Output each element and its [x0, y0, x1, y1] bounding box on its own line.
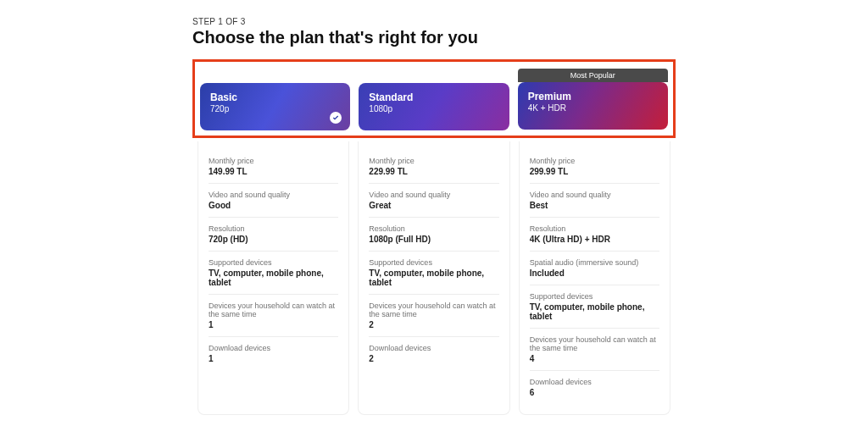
- plan-cards-row: Basic 720p Standard 1080p Most Popular P…: [192, 59, 676, 138]
- spec-row: Monthly price229.99 TL: [369, 150, 498, 184]
- spec-value: 149.99 TL: [209, 167, 338, 176]
- plan-details-basic: Monthly price149.99 TLVideo and sound qu…: [198, 141, 349, 415]
- plan-resolution: 4K + HDR: [528, 103, 658, 113]
- spec-row: Resolution4K (Ultra HD) + HDR: [530, 218, 659, 252]
- page-title: Choose the plan that's right for you: [192, 28, 676, 47]
- plan-name: Standard: [369, 91, 498, 103]
- spec-label: Download devices: [530, 378, 659, 386]
- spec-label: Devices your household can watch at the …: [530, 335, 659, 352]
- spec-value: 1080p (Full HD): [369, 235, 498, 244]
- plan-details-standard: Monthly price229.99 TLVideo and sound qu…: [358, 141, 509, 415]
- spec-label: Resolution: [530, 224, 659, 233]
- plan-selection-page: STEP 1 OF 3 Choose the plan that's right…: [192, 0, 676, 426]
- spec-value: 1: [209, 354, 338, 363]
- spec-row: Spatial audio (immersive sound)Included: [530, 252, 659, 285]
- spec-row: Supported devicesTV, computer, mobile ph…: [369, 252, 498, 295]
- spec-row: Supported devicesTV, computer, mobile ph…: [209, 252, 338, 295]
- spec-label: Download devices: [369, 344, 498, 352]
- spec-label: Resolution: [209, 224, 338, 233]
- plan-details-row: Monthly price149.99 TLVideo and sound qu…: [192, 141, 676, 415]
- spec-row: Video and sound qualityBest: [530, 184, 659, 218]
- spec-label: Video and sound quality: [530, 191, 659, 199]
- spec-value: TV, computer, mobile phone, tablet: [369, 268, 498, 287]
- spec-label: Supported devices: [530, 292, 659, 301]
- plan-resolution: 720p: [210, 104, 340, 113]
- spec-value: 2: [369, 320, 498, 329]
- spec-row: Devices your household can watch at the …: [530, 329, 659, 371]
- spec-value: 720p (HD): [209, 235, 338, 244]
- spec-value: Included: [530, 268, 659, 278]
- spec-value: 229.99 TL: [369, 167, 498, 176]
- spec-label: Monthly price: [530, 157, 659, 165]
- spec-row: Resolution1080p (Full HD): [369, 218, 498, 252]
- plan-col-standard: Standard 1080p: [359, 69, 509, 130]
- spec-label: Resolution: [369, 224, 498, 233]
- spec-value: 4K (Ultra HD) + HDR: [530, 235, 659, 244]
- spec-label: Supported devices: [369, 258, 498, 267]
- spec-label: Video and sound quality: [209, 191, 338, 199]
- plan-name: Premium: [528, 91, 658, 102]
- spec-value: 6: [530, 388, 659, 397]
- spec-row: Monthly price299.99 TL: [530, 150, 659, 184]
- spec-value: TV, computer, mobile phone, tablet: [530, 302, 659, 321]
- spec-value: 299.99 TL: [530, 167, 659, 176]
- spec-row: Resolution720p (HD): [209, 218, 338, 252]
- spec-row: Monthly price149.99 TL: [209, 150, 338, 184]
- spec-row: Video and sound qualityGreat: [369, 184, 498, 218]
- spec-value: 2: [369, 354, 498, 363]
- spec-value: 4: [530, 354, 659, 363]
- spec-label: Monthly price: [369, 157, 498, 165]
- spec-value: Good: [209, 201, 338, 210]
- spec-row: Video and sound qualityGood: [209, 184, 338, 218]
- plan-col-premium: Most Popular Premium 4K + HDR: [518, 69, 668, 130]
- plan-resolution: 1080p: [369, 104, 498, 113]
- plan-card-premium[interactable]: Premium 4K + HDR: [518, 82, 668, 130]
- spec-row: Devices your household can watch at the …: [369, 295, 498, 337]
- spec-label: Devices your household can watch at the …: [209, 302, 338, 318]
- spec-value: Best: [530, 201, 659, 210]
- spec-label: Supported devices: [209, 258, 338, 267]
- spec-row: Download devices6: [530, 371, 659, 404]
- plan-card-basic[interactable]: Basic 720p: [200, 83, 350, 130]
- spec-value: Great: [369, 201, 498, 210]
- spec-row: Download devices2: [369, 337, 498, 370]
- spec-label: Monthly price: [209, 157, 338, 165]
- plan-card-standard[interactable]: Standard 1080p: [359, 83, 509, 130]
- spec-row: Supported devicesTV, computer, mobile ph…: [530, 285, 659, 329]
- checkmark-icon: [330, 112, 342, 124]
- spec-value: 1: [209, 320, 338, 329]
- plan-name: Basic: [210, 91, 340, 103]
- spec-label: Video and sound quality: [369, 191, 498, 199]
- plan-details-premium: Monthly price299.99 TLVideo and sound qu…: [519, 141, 670, 415]
- spec-row: Download devices1: [209, 337, 338, 370]
- spec-label: Spatial audio (immersive sound): [530, 258, 659, 267]
- plan-col-basic: Basic 720p: [200, 69, 350, 130]
- spec-label: Devices your household can watch at the …: [369, 302, 498, 318]
- spec-value: TV, computer, mobile phone, tablet: [209, 268, 338, 287]
- spec-label: Download devices: [209, 344, 338, 352]
- step-label: STEP 1 OF 3: [192, 17, 676, 26]
- popular-badge: Most Popular: [518, 69, 668, 82]
- spec-row: Devices your household can watch at the …: [209, 295, 338, 337]
